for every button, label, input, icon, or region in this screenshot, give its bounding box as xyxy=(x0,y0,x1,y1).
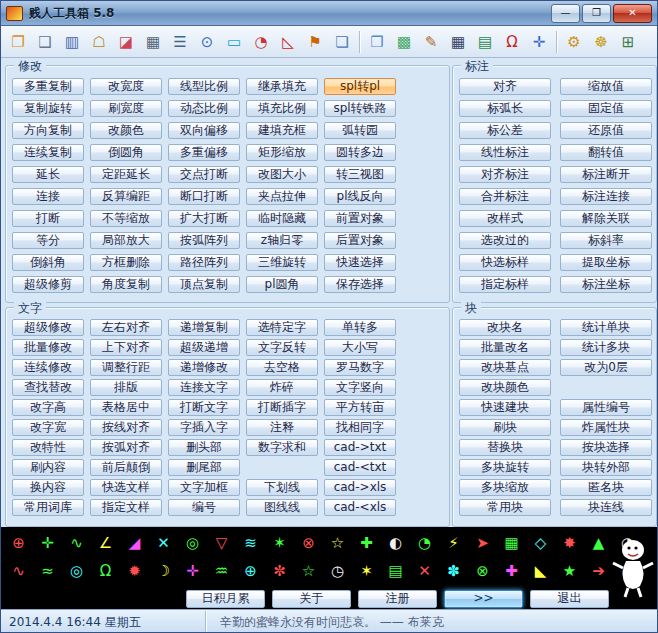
modify-button-2[interactable]: 改宽度 xyxy=(90,78,162,95)
modify-button-9[interactable]: 填充比例 xyxy=(246,100,318,117)
text-button-38[interactable]: 删尾部 xyxy=(168,459,240,476)
text-button-34[interactable]: 数字求和 xyxy=(246,439,318,456)
text-button-19[interactable]: 炸碎 xyxy=(246,379,318,396)
dim-button-1[interactable]: 对齐 xyxy=(459,78,551,95)
register-button[interactable]: 注册 xyxy=(358,590,437,608)
modify-button-31[interactable]: 打断 xyxy=(12,210,84,227)
close-button[interactable]: ✕ xyxy=(613,4,652,23)
about-button[interactable]: 关于 xyxy=(272,590,351,608)
text-button-31[interactable]: 改特性 xyxy=(12,439,84,456)
modify-button-28[interactable]: 断口打断 xyxy=(168,188,240,205)
modify-button-30[interactable]: pl线反向 xyxy=(324,188,396,205)
magnet-icon[interactable]: Ω xyxy=(499,29,525,55)
block-button-17[interactable]: 多块缩放 xyxy=(459,479,551,496)
block-button-14[interactable]: 按块选择 xyxy=(560,439,652,456)
minimize-button[interactable]: — xyxy=(551,4,580,23)
text-button-21[interactable]: 改字高 xyxy=(12,399,84,416)
modify-button-45[interactable]: 快速选择 xyxy=(324,254,396,271)
dim-button-19[interactable]: 指定标样 xyxy=(459,276,551,293)
image-icon[interactable]: ▦ xyxy=(140,29,166,55)
modify-button-5[interactable]: spl转pl xyxy=(324,78,396,95)
text-button-28[interactable]: 字插入字 xyxy=(168,419,240,436)
lock-icon[interactable]: ☖ xyxy=(86,29,112,55)
window-icon[interactable]: ❒ xyxy=(364,29,390,55)
dim-button-16[interactable]: 标斜率 xyxy=(560,232,652,249)
table-icon[interactable]: ⊞ xyxy=(615,29,641,55)
modify-button-14[interactable]: 建填充框 xyxy=(246,122,318,139)
text-button-11[interactable]: 连续修改 xyxy=(12,359,84,376)
text-button-36[interactable]: 刷内容 xyxy=(12,459,84,476)
modify-button-48[interactable]: 顶点复制 xyxy=(168,276,240,293)
text-button-25[interactable]: 平方转亩 xyxy=(324,399,396,416)
text-button-22[interactable]: 表格居中 xyxy=(90,399,162,416)
modify-button-43[interactable]: 路径阵列 xyxy=(168,254,240,271)
modify-button-46[interactable]: 超级修剪 xyxy=(12,276,84,293)
block-button-6[interactable]: 改为0层 xyxy=(560,359,652,376)
block-button-2[interactable]: 统计单块 xyxy=(560,319,652,336)
slope-icon[interactable]: ◺ xyxy=(275,29,301,55)
modify-button-42[interactable]: 方框删除 xyxy=(90,254,162,271)
text-button-12[interactable]: 调整行距 xyxy=(90,359,162,376)
text-button-29[interactable]: 注释 xyxy=(246,419,318,436)
modify-button-34[interactable]: 临时隐藏 xyxy=(246,210,318,227)
modify-button-20[interactable]: 圆转多边 xyxy=(324,144,396,161)
modify-button-6[interactable]: 复制旋转 xyxy=(12,100,84,117)
modify-button-4[interactable]: 继承填充 xyxy=(246,78,318,95)
text-button-46[interactable]: 常用词库 xyxy=(12,499,84,516)
block-button-20[interactable]: 块连线 xyxy=(560,499,652,516)
ruler-icon[interactable]: ▭ xyxy=(221,29,247,55)
text-button-10[interactable]: 大小写 xyxy=(324,339,396,356)
text-button-15[interactable]: 罗马数字 xyxy=(324,359,396,376)
block-button-18[interactable]: 匿名块 xyxy=(560,479,652,496)
block-button-7[interactable]: 改块颜色 xyxy=(459,379,551,396)
modify-button-35[interactable]: 前置对象 xyxy=(324,210,396,227)
note-icon[interactable]: ✎ xyxy=(418,29,444,55)
book-icon[interactable]: ▤ xyxy=(472,29,498,55)
gears-icon[interactable]: ☸ xyxy=(588,29,614,55)
dim-button-13[interactable]: 改样式 xyxy=(459,210,551,227)
print-icon[interactable]: ❑ xyxy=(32,29,58,55)
modify-button-24[interactable]: 改图大小 xyxy=(246,166,318,183)
block-button-9[interactable]: 快速建块 xyxy=(459,399,551,416)
modify-button-49[interactable]: pl圆角 xyxy=(246,276,318,293)
text-button-37[interactable]: 前后颠倒 xyxy=(90,459,162,476)
text-button-13[interactable]: 递增修改 xyxy=(168,359,240,376)
text-button-35[interactable]: cad->txt xyxy=(324,439,396,456)
text-button-3[interactable]: 递增复制 xyxy=(168,319,240,336)
text-button-43[interactable]: 文字加框 xyxy=(168,479,240,496)
osnap-icon[interactable]: ✛ xyxy=(526,29,552,55)
modify-button-47[interactable]: 角度复制 xyxy=(90,276,162,293)
block-button-5[interactable]: 改块基点 xyxy=(459,359,551,376)
block-button-15[interactable]: 多块旋转 xyxy=(459,459,551,476)
erase-icon[interactable]: ◪ xyxy=(113,29,139,55)
text-button-49[interactable]: 图线线 xyxy=(246,499,318,516)
dim-button-9[interactable]: 对齐标注 xyxy=(459,166,551,183)
daily-tips-button[interactable]: 日积月累 xyxy=(186,590,265,608)
text-button-4[interactable]: 选特定字 xyxy=(246,319,318,336)
zoom-icon[interactable]: ⊙ xyxy=(194,29,220,55)
modify-button-22[interactable]: 定距延长 xyxy=(90,166,162,183)
block-button-10[interactable]: 属性编号 xyxy=(560,399,652,416)
block-button-13[interactable]: 替换块 xyxy=(459,439,551,456)
text-button-44[interactable]: 下划线 xyxy=(246,479,318,496)
modify-button-25[interactable]: 转三视图 xyxy=(324,166,396,183)
text-button-16[interactable]: 查找替改 xyxy=(12,379,84,396)
dim-button-20[interactable]: 标注坐标 xyxy=(560,276,652,293)
dim-button-11[interactable]: 合并标注 xyxy=(459,188,551,205)
chart-icon[interactable]: ▥ xyxy=(59,29,85,55)
dim-button-12[interactable]: 标注连接 xyxy=(560,188,652,205)
modify-button-18[interactable]: 多重偏移 xyxy=(168,144,240,161)
text-button-45[interactable]: cad->xls xyxy=(324,479,396,496)
protractor-icon[interactable]: ◔ xyxy=(248,29,274,55)
dim-button-5[interactable]: 标公差 xyxy=(459,122,551,139)
form-icon[interactable]: ☰ xyxy=(167,29,193,55)
block-button-11[interactable]: 刷块 xyxy=(459,419,551,436)
block-button-12[interactable]: 炸属性块 xyxy=(560,419,652,436)
modify-button-10[interactable]: spl转铁路 xyxy=(324,100,396,117)
modify-button-15[interactable]: 弧转园 xyxy=(324,122,396,139)
modify-button-32[interactable]: 不等缩放 xyxy=(90,210,162,227)
plugin-icon[interactable]: ⚙ xyxy=(561,29,587,55)
dim-button-8[interactable]: 翻转值 xyxy=(560,144,652,161)
modify-button-50[interactable]: 保存选择 xyxy=(324,276,396,293)
copy-sheets-icon[interactable]: ❏ xyxy=(329,29,355,55)
